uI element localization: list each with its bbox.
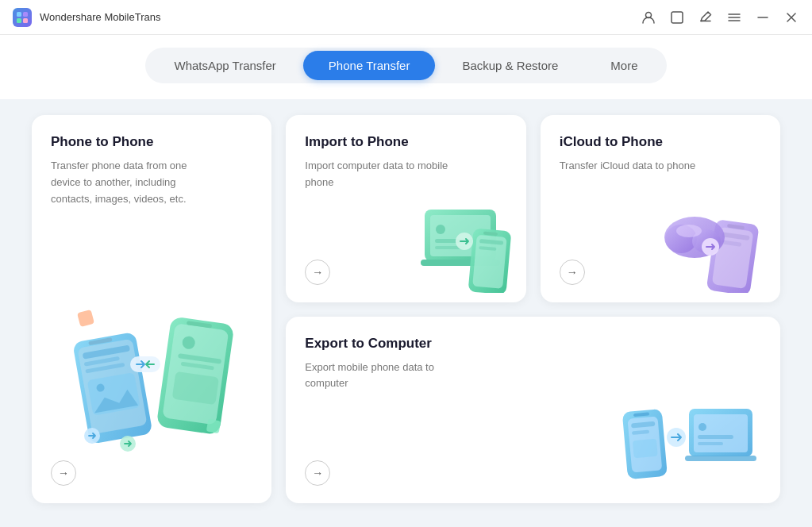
tab-whatsapp[interactable]: WhatsApp Transfer (148, 51, 301, 80)
export-to-computer-desc: Export mobile phone data to computer (305, 360, 464, 393)
tab-phone[interactable]: Phone Transfer (303, 51, 436, 80)
svg-point-64 (698, 423, 706, 431)
title-bar: Wondershare MobileTrans (0, 0, 812, 35)
app-icon (13, 8, 32, 27)
tab-backup[interactable]: Backup & Restore (437, 51, 583, 80)
import-to-phone-title: Import to Phone (305, 134, 506, 150)
import-to-phone-card[interactable]: Import to Phone Import computer data to … (286, 115, 525, 302)
svg-rect-2 (17, 18, 21, 23)
app-title: Wondershare MobileTrans (40, 11, 160, 23)
import-to-phone-desc: Import computer data to mobile phone (305, 158, 464, 191)
svg-rect-29 (206, 419, 221, 434)
icloud-to-phone-title: iCloud to Phone (560, 134, 761, 150)
icloud-to-phone-desc: Transfer iCloud data to phone (560, 158, 718, 175)
phone-to-phone-desc: Transfer phone data from one device to a… (51, 158, 210, 207)
export-illustration (614, 390, 756, 497)
tab-more[interactable]: More (585, 51, 663, 80)
phone-to-phone-illustration (32, 297, 271, 456)
nav-tabs: WhatsApp Transfer Phone Transfer Backup … (145, 48, 666, 83)
import-illustration (397, 190, 520, 296)
icloud-to-phone-arrow[interactable]: → (560, 260, 585, 285)
export-to-computer-arrow[interactable]: → (305, 460, 330, 486)
phone-to-phone-title: Phone to Phone (51, 134, 252, 150)
icloud-illustration (655, 190, 774, 296)
svg-rect-0 (17, 12, 21, 17)
nav-bar: WhatsApp Transfer Phone Transfer Backup … (0, 35, 812, 99)
window-controls (641, 10, 799, 25)
svg-rect-1 (23, 12, 28, 17)
export-to-computer-card[interactable]: Export to Computer Export mobile phone d… (286, 317, 780, 504)
menu-icon[interactable] (726, 10, 742, 25)
export-to-computer-title: Export to Computer (305, 336, 761, 352)
svg-rect-59 (633, 439, 658, 459)
icloud-to-phone-card[interactable]: iCloud to Phone Transfer iCloud data to … (541, 115, 780, 302)
svg-rect-66 (698, 442, 723, 445)
phone-to-phone-arrow[interactable]: → (51, 460, 76, 486)
svg-rect-62 (694, 414, 748, 452)
svg-rect-65 (698, 435, 733, 439)
svg-point-35 (436, 225, 445, 234)
svg-point-52 (676, 225, 702, 237)
svg-rect-63 (685, 456, 756, 461)
phone-to-phone-card[interactable]: Phone to Phone Transfer phone data from … (32, 115, 271, 503)
title-bar-left: Wondershare MobileTrans (13, 8, 160, 27)
window-icon[interactable] (669, 10, 685, 25)
import-to-phone-arrow[interactable]: → (305, 260, 330, 285)
close-icon[interactable] (783, 10, 799, 25)
svg-rect-3 (23, 18, 28, 23)
svg-rect-5 (672, 12, 683, 23)
main-content: Phone to Phone Transfer phone data from … (0, 99, 812, 527)
account-icon[interactable] (641, 10, 656, 25)
minimize-icon[interactable] (755, 10, 771, 25)
edit-icon[interactable] (698, 10, 714, 25)
svg-rect-28 (77, 310, 94, 327)
